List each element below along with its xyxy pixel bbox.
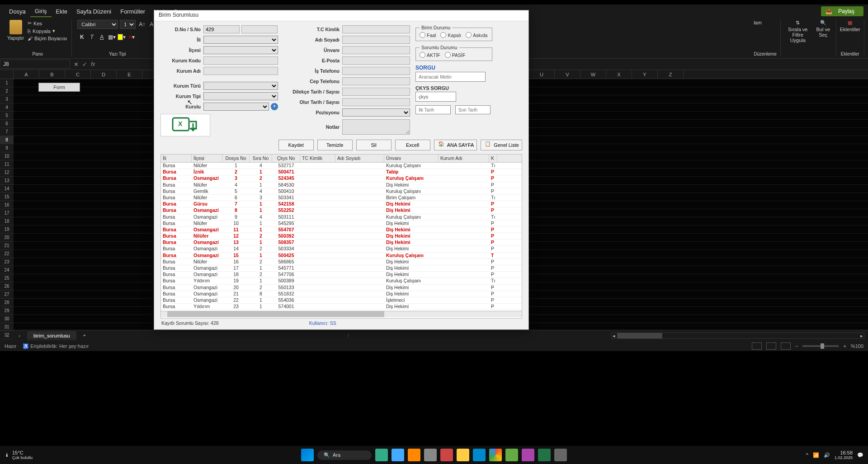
istel-input[interactable] — [342, 67, 410, 75]
ceptel-input[interactable] — [342, 77, 410, 85]
cut-button[interactable]: ✂Kes — [27, 20, 68, 27]
table-row[interactable]: BursaOsmangazi182547706Diş HekimiP — [161, 272, 522, 278]
th-k[interactable]: K — [489, 155, 497, 162]
row-header[interactable]: 15 — [0, 193, 14, 201]
row-header[interactable]: 6 — [0, 120, 14, 128]
table-row[interactable]: Bursaİznik21500471TabipP — [161, 169, 522, 175]
format-painter-button[interactable]: 🖌Biçim Boyacısı — [27, 35, 68, 42]
menu-dosya[interactable]: Dosya — [5, 6, 30, 17]
radio-kapali[interactable]: Kapalı — [440, 32, 461, 38]
task-app-6[interactable] — [505, 449, 518, 461]
row-header[interactable]: 28 — [0, 299, 14, 307]
row-header[interactable]: 12 — [0, 169, 14, 177]
view-page-break-icon[interactable] — [781, 342, 791, 350]
row-header[interactable]: 1 — [0, 79, 14, 87]
kurum-tipi-select[interactable] — [203, 92, 278, 100]
unvani-input[interactable] — [342, 46, 410, 54]
dno-input[interactable] — [203, 25, 240, 33]
table-row[interactable]: BursaYıldırım231574001Diş HekimiP — [161, 304, 522, 310]
kurulu-select[interactable] — [203, 103, 269, 111]
task-edge-icon[interactable] — [473, 449, 486, 461]
taskbar-search[interactable]: 🔍Ara — [317, 450, 372, 460]
menu-giris[interactable]: Giriş — [30, 6, 52, 17]
column-header[interactable]: C — [65, 70, 91, 79]
copy-button[interactable]: ⎘Kopyala ▾ — [27, 28, 68, 34]
column-header[interactable]: X — [606, 70, 632, 79]
zoom-out-icon[interactable]: − — [795, 343, 798, 349]
table-row[interactable]: BursaGürsu71542158Diş HekimiP — [161, 201, 522, 207]
column-header[interactable]: W — [580, 70, 606, 79]
table-row[interactable]: BursaOsmangazi142503334Diş HekimiP — [161, 246, 522, 252]
ili-select[interactable] — [203, 36, 278, 44]
row-header[interactable]: 16 — [0, 201, 14, 209]
task-app-3[interactable] — [408, 449, 420, 461]
table-row[interactable]: BursaGemlik54500410Kuruluş ÇalışanıP — [161, 188, 522, 195]
view-page-layout-icon[interactable] — [766, 342, 776, 350]
tray-clock[interactable]: 16:581.02.2025 — [835, 450, 853, 460]
table-row[interactable]: BursaNilüfer63503341Birim ÇalışanıTı — [161, 195, 522, 201]
menu-formuller[interactable]: Formüller — [116, 6, 150, 17]
ilk-tarih-input[interactable] — [415, 105, 451, 114]
row-header[interactable]: 23 — [0, 258, 14, 266]
increase-font-icon[interactable]: A↑ — [137, 20, 146, 29]
column-header[interactable]: B — [39, 70, 65, 79]
zoom-level[interactable]: %100 — [851, 343, 863, 349]
table-row[interactable]: BursaOsmangazi111554707Diş HekimiP — [161, 227, 522, 233]
table-horizontal-scrollbar[interactable] — [161, 311, 522, 317]
olur-input[interactable] — [342, 98, 410, 106]
tray-wifi-icon[interactable]: 📶 — [813, 452, 819, 458]
task-excel-icon[interactable] — [538, 449, 551, 461]
son-tarih-input[interactable] — [455, 105, 491, 114]
border-button[interactable]: ▦▾ — [107, 33, 116, 42]
row-header[interactable]: 29 — [0, 307, 14, 315]
kurum-adi-input[interactable] — [203, 67, 278, 75]
excell-button[interactable]: Excell — [395, 140, 430, 150]
dilekce-input[interactable] — [342, 88, 410, 96]
sorgu-input[interactable] — [415, 72, 486, 82]
th-ili[interactable]: İli — [161, 155, 192, 162]
table-row[interactable]: BursaNilüfer162586865Diş HekimiP — [161, 259, 522, 265]
radio-pasif[interactable]: PASİF — [445, 52, 466, 58]
share-button[interactable]: 📤 Paylaş — [821, 6, 863, 16]
adi-input[interactable] — [342, 36, 410, 44]
row-header[interactable]: 8 — [0, 136, 14, 144]
row-header[interactable]: 21 — [0, 242, 14, 250]
row-header[interactable]: 3 — [0, 95, 14, 103]
sno-input[interactable] — [241, 25, 278, 33]
task-chrome-icon[interactable] — [489, 449, 502, 461]
task-app-8[interactable] — [554, 449, 567, 461]
th-adi-soyadi[interactable]: Adı Soyadı — [335, 155, 384, 162]
table-row[interactable]: BursaNilüfer122500392Diş HekimiP — [161, 233, 522, 239]
table-row[interactable]: BursaOsmangazi171545771Diş HekimiP — [161, 265, 522, 272]
th-ilcesi[interactable]: İlçesi — [192, 155, 222, 162]
row-header[interactable]: 27 — [0, 291, 14, 299]
radio-aktif[interactable]: AKTİF — [420, 52, 440, 58]
column-header[interactable]: U — [529, 70, 555, 79]
table-row[interactable]: BursaOsmangazi202550133Diş HekimiP — [161, 285, 522, 291]
excel-export-icon-box[interactable]: X — [160, 114, 210, 136]
accept-formula-icon[interactable]: ✓ — [82, 61, 87, 68]
paste-button[interactable]: Yapıştır — [7, 20, 24, 41]
name-box[interactable] — [0, 60, 70, 69]
font-color-button[interactable]: A▾ — [127, 33, 136, 42]
column-header[interactable]: D — [91, 70, 117, 79]
th-tc-kimlik[interactable]: TC Kimlik — [300, 155, 335, 162]
table-row[interactable]: BursaOsmangazi151500425Kuruluş ÇalışanıT — [161, 253, 522, 259]
row-header[interactable]: 2 — [0, 87, 14, 95]
row-header[interactable]: 10 — [0, 152, 14, 160]
add-plus-button[interactable]: + — [271, 103, 278, 110]
task-app-1[interactable] — [375, 449, 388, 461]
row-header[interactable]: 5 — [0, 112, 14, 120]
find-select-button[interactable]: 🔍Bul ve Seç — [814, 20, 832, 37]
table-row[interactable]: BursaOsmangazi32524345Kuruluş ÇalışanıP — [161, 175, 522, 182]
tc-input[interactable] — [342, 25, 410, 33]
form-button-cell[interactable]: Form — [38, 83, 80, 92]
underline-button[interactable]: A — [97, 33, 106, 42]
sil-button[interactable]: Sil — [356, 140, 392, 150]
scroll-right-icon[interactable]: ▸ — [860, 333, 863, 339]
th-dosya-no[interactable]: Dosya No — [222, 155, 250, 162]
genel-liste-button[interactable]: 📋Genel Liste — [481, 140, 522, 150]
table-row[interactable]: BursaOsmangazi131508357Diş HekimiP — [161, 239, 522, 246]
row-header[interactable]: 4 — [0, 103, 14, 112]
kaydet-button[interactable]: Kaydet — [278, 140, 314, 150]
